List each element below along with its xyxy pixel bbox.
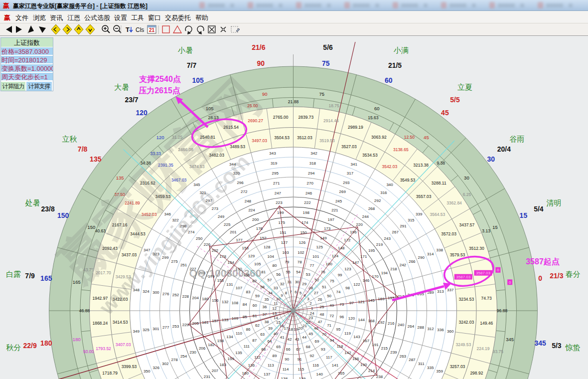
svg-text:109: 109 xyxy=(232,316,239,321)
svg-text:142: 142 xyxy=(344,351,351,355)
svg-text:79: 79 xyxy=(285,260,289,264)
svg-text:160: 160 xyxy=(242,371,249,376)
svg-text:339: 339 xyxy=(416,212,423,216)
svg-text:3407.03: 3407.03 xyxy=(116,342,131,347)
svg-text:180: 180 xyxy=(40,339,52,347)
svg-text:135: 135 xyxy=(90,155,102,163)
svg-text:38: 38 xyxy=(264,320,269,324)
svg-text:19: 19 xyxy=(294,327,298,332)
svg-text:165: 165 xyxy=(40,274,52,282)
svg-text:77: 77 xyxy=(310,263,314,268)
svg-text:26: 26 xyxy=(318,297,322,302)
svg-text:37: 37 xyxy=(263,312,267,317)
svg-text:345: 345 xyxy=(506,337,514,342)
svg-text:谷雨: 谷雨 xyxy=(510,135,525,143)
svg-text:5/6: 5/6 xyxy=(323,43,333,51)
svg-text:1793.52: 1793.52 xyxy=(96,346,111,351)
svg-text:49: 49 xyxy=(329,303,334,308)
svg-text:76: 76 xyxy=(321,270,325,274)
svg-text:70: 70 xyxy=(322,332,326,337)
svg-text:60: 60 xyxy=(253,303,257,308)
svg-text:29: 29 xyxy=(302,282,306,286)
svg-text:71: 71 xyxy=(327,323,331,328)
svg-text:151: 151 xyxy=(280,230,287,235)
svg-text:17: 17 xyxy=(284,326,289,331)
svg-text:199: 199 xyxy=(277,210,284,215)
svg-text:90: 90 xyxy=(285,357,289,362)
svg-text:263: 263 xyxy=(400,354,407,359)
svg-text:3527.03: 3527.03 xyxy=(341,144,357,149)
svg-text:313: 313 xyxy=(437,289,444,294)
svg-text:120: 120 xyxy=(136,109,147,117)
svg-text:54: 54 xyxy=(296,270,300,274)
svg-text:215: 215 xyxy=(381,346,388,351)
svg-text:52: 52 xyxy=(315,278,319,282)
svg-text:3549.53: 3549.53 xyxy=(400,178,416,183)
svg-text:145: 145 xyxy=(368,298,375,303)
svg-text:85: 85 xyxy=(243,315,247,319)
svg-text:83: 83 xyxy=(246,290,251,294)
svg-text:5/4: 5/4 xyxy=(534,205,544,213)
svg-text:84: 84 xyxy=(243,302,247,307)
svg-text:195: 195 xyxy=(368,248,375,253)
svg-text:27: 27 xyxy=(314,291,318,295)
svg-text:41: 41 xyxy=(280,335,285,340)
svg-text:74.73: 74.73 xyxy=(481,296,492,301)
svg-text:238: 238 xyxy=(376,375,383,379)
svg-text:3437.57: 3437.57 xyxy=(459,222,475,227)
svg-text:64: 64 xyxy=(268,339,272,344)
svg-text:224: 224 xyxy=(248,208,255,212)
svg-text:137: 137 xyxy=(264,372,271,377)
svg-text:119: 119 xyxy=(344,331,351,336)
svg-text:220: 220 xyxy=(356,222,363,227)
svg-text:48: 48 xyxy=(320,312,324,317)
svg-text:63: 63 xyxy=(260,332,265,337)
svg-text:172: 172 xyxy=(344,238,351,242)
svg-text:138: 138 xyxy=(281,377,288,379)
svg-text:176: 176 xyxy=(256,226,263,231)
svg-text:243: 243 xyxy=(384,236,391,241)
svg-text:46.88: 46.88 xyxy=(79,308,90,313)
svg-text:254: 254 xyxy=(180,354,187,359)
svg-text:99: 99 xyxy=(338,273,342,277)
svg-text:支撑2540点: 支撑2540点 xyxy=(139,75,181,84)
svg-text:169: 169 xyxy=(378,297,385,301)
svg-text:139: 139 xyxy=(299,377,306,379)
svg-text:惊蛰: 惊蛰 xyxy=(565,343,581,352)
svg-text:218: 218 xyxy=(390,267,397,271)
svg-text:20/4: 20/4 xyxy=(497,145,511,153)
svg-text:59: 59 xyxy=(255,294,260,298)
svg-text:7/8: 7/8 xyxy=(78,145,88,153)
svg-text:47: 47 xyxy=(318,320,322,324)
svg-text:150: 150 xyxy=(300,230,307,235)
svg-text:117: 117 xyxy=(326,355,332,360)
svg-text:小满: 小满 xyxy=(393,46,409,54)
svg-text:3288.11: 3288.11 xyxy=(432,181,446,186)
svg-text:74: 74 xyxy=(336,290,341,294)
svg-text:秋分: 秋分 xyxy=(6,343,21,352)
svg-text:3257.03: 3257.03 xyxy=(450,364,465,369)
svg-text:81: 81 xyxy=(261,270,266,274)
svg-text:266: 266 xyxy=(409,259,416,264)
svg-text:3512.03: 3512.03 xyxy=(297,135,312,140)
svg-text:21.88: 21.88 xyxy=(288,99,299,104)
svg-text:298.92: 298.92 xyxy=(470,371,483,376)
svg-text:80: 80 xyxy=(273,263,277,268)
svg-text:134: 134 xyxy=(226,335,233,339)
svg-text:3399.53: 3399.53 xyxy=(122,364,137,369)
svg-text:345: 345 xyxy=(535,339,547,347)
svg-text:171: 171 xyxy=(360,254,367,259)
svg-text:244: 244 xyxy=(362,214,369,219)
svg-text:4: 4 xyxy=(303,293,306,298)
svg-text:91: 91 xyxy=(297,357,302,362)
svg-text:240: 240 xyxy=(398,323,405,327)
svg-text:60: 60 xyxy=(385,76,393,84)
svg-text:114: 114 xyxy=(283,367,289,372)
svg-text:229: 229 xyxy=(182,323,189,327)
svg-text:177: 177 xyxy=(236,238,243,242)
svg-text:6.25: 6.25 xyxy=(463,192,471,197)
svg-text:225: 225 xyxy=(224,222,231,227)
svg-text:136: 136 xyxy=(248,363,255,368)
svg-text:12.50: 12.50 xyxy=(404,135,415,140)
svg-text:252: 252 xyxy=(172,293,179,297)
